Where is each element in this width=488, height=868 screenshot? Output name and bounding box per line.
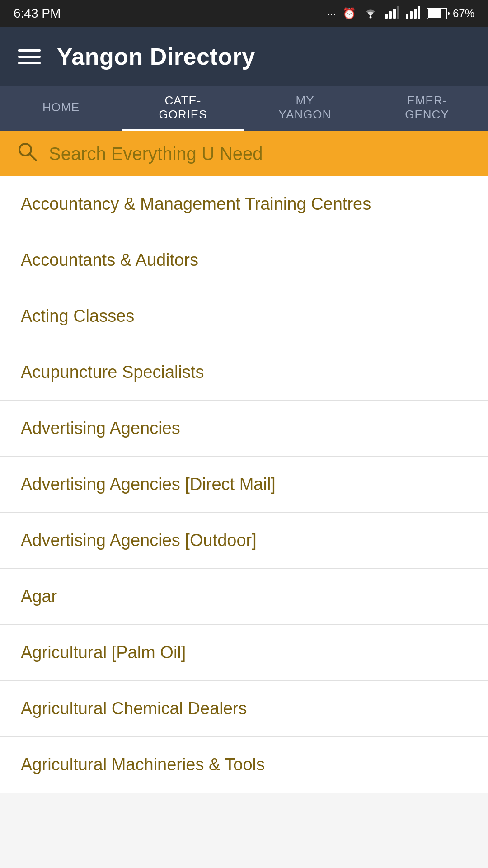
category-label: Agricultural Chemical Dealers — [21, 699, 247, 718]
category-label: Agar — [21, 587, 57, 606]
svg-line-12 — [30, 154, 36, 160]
svg-rect-1 — [385, 14, 388, 19]
list-item[interactable]: Agricultural Machineries & Tools — [0, 737, 488, 793]
category-label: Advertising Agencies [Direct Mail] — [21, 475, 276, 494]
status-bar: 6:43 PM ··· ⏰ — [0, 0, 488, 27]
list-item[interactable]: Advertising Agencies — [0, 401, 488, 457]
svg-rect-4 — [397, 6, 399, 19]
list-item[interactable]: Agricultural Chemical Dealers — [0, 681, 488, 737]
list-item[interactable]: Accountants & Auditors — [0, 232, 488, 288]
category-label: Accountancy & Management Training Centre… — [21, 194, 371, 214]
tab-categories-label: CATE-GORIES — [159, 94, 207, 122]
category-list: Accountancy & Management Training Centre… — [0, 176, 488, 793]
svg-rect-5 — [406, 14, 408, 19]
list-item[interactable]: Accountancy & Management Training Centre… — [0, 176, 488, 232]
search-icon — [16, 141, 38, 167]
list-item[interactable]: Advertising Agencies [Outdoor] — [0, 513, 488, 569]
category-label: Advertising Agencies [Outdoor] — [21, 531, 257, 550]
status-time: 6:43 PM — [14, 6, 61, 21]
svg-rect-8 — [418, 6, 420, 19]
signal-dots-icon: ··· — [327, 7, 336, 20]
tab-my-yangon-label: MYYANGON — [279, 94, 332, 122]
tab-home[interactable]: HOME — [0, 86, 122, 131]
list-item[interactable]: Agricultural [Palm Oil] — [0, 625, 488, 681]
tab-emergency-label: EMER-GENCY — [405, 94, 449, 122]
list-item[interactable]: Acting Classes — [0, 288, 488, 344]
svg-rect-7 — [414, 9, 417, 19]
svg-rect-3 — [393, 9, 396, 19]
tab-my-yangon[interactable]: MYYANGON — [244, 86, 366, 131]
category-label: Accountants & Auditors — [21, 250, 198, 270]
wifi-icon — [362, 6, 379, 21]
list-item[interactable]: Advertising Agencies [Direct Mail] — [0, 457, 488, 513]
signal-bars-icon-2 — [406, 6, 420, 21]
tab-categories[interactable]: CATE-GORIES — [122, 86, 244, 131]
category-label: Agricultural [Palm Oil] — [21, 643, 186, 662]
category-label: Agricultural Machineries & Tools — [21, 755, 265, 774]
tab-home-label: HOME — [42, 100, 80, 114]
svg-rect-2 — [389, 11, 392, 19]
hamburger-icon[interactable] — [18, 49, 41, 64]
list-item[interactable]: Acupuncture Specialists — [0, 344, 488, 401]
search-input[interactable] — [49, 144, 472, 164]
tab-emergency[interactable]: EMER-GENCY — [366, 86, 488, 131]
list-item[interactable]: Agar — [0, 569, 488, 625]
nav-tabs: HOME CATE-GORIES MYYANGON EMER-GENCY — [0, 86, 488, 131]
category-label: Advertising Agencies — [21, 419, 180, 438]
svg-rect-10 — [428, 9, 441, 18]
svg-point-0 — [369, 16, 371, 19]
category-label: Acupuncture Specialists — [21, 363, 204, 382]
battery-percent: 67% — [453, 7, 474, 20]
app-header: Yangon Directory — [0, 27, 488, 86]
alarm-icon: ⏰ — [343, 7, 356, 20]
search-bar — [0, 131, 488, 176]
category-label: Acting Classes — [21, 307, 134, 326]
svg-rect-6 — [410, 11, 413, 19]
app-title: Yangon Directory — [57, 43, 255, 70]
battery-indicator: 67% — [427, 7, 474, 20]
signal-bars-icon-1 — [385, 6, 399, 21]
status-icons: ··· ⏰ — [327, 6, 474, 21]
